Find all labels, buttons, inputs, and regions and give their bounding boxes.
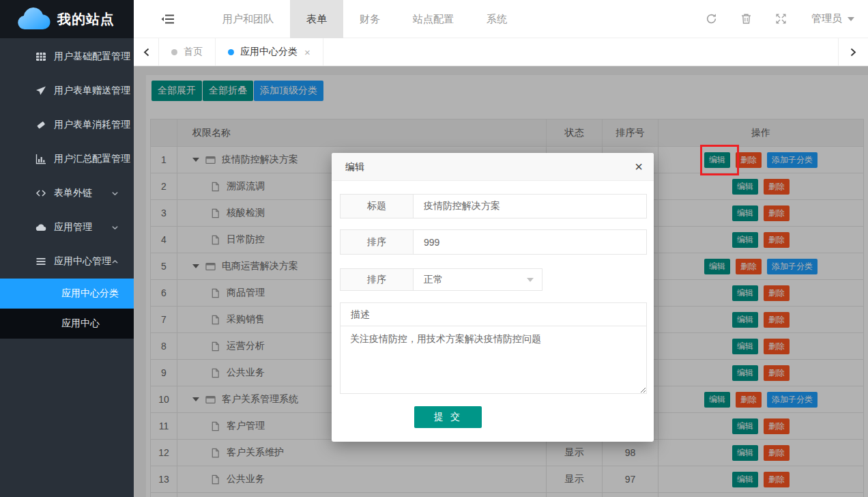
tab-scroll-right-button[interactable] (838, 38, 868, 66)
tab-app-center-category[interactable]: 应用中心分类 × (216, 38, 323, 66)
cloud-icon (35, 222, 46, 233)
sidebar-subitem-app-center[interactable]: 应用中心 (0, 309, 134, 339)
cloud-logo-icon (16, 7, 52, 31)
nav-item-label: 用户和团队 (222, 13, 274, 25)
close-icon[interactable]: × (635, 158, 643, 175)
tab-home[interactable]: 首页 (159, 38, 216, 66)
nav-item-system[interactable]: 系统 (470, 0, 523, 38)
user-name: 管理员 (811, 12, 842, 25)
sidebar-item-label: 用户表单赠送管理 (54, 85, 130, 97)
sidebar-item-form-gift[interactable]: 用户表单赠送管理 (0, 74, 134, 108)
nav-item-finance[interactable]: 财务 (343, 0, 396, 38)
list-icon (35, 256, 46, 267)
sidebar-item-form-links[interactable]: 表单外链 (0, 176, 134, 210)
tab-scroll-left-button[interactable] (134, 38, 159, 66)
submenu-item-label: 应用中心 (61, 317, 100, 330)
nav-item-users-teams[interactable]: 用户和团队 (206, 0, 290, 38)
tab-dot-gray (171, 49, 177, 55)
chevron-down-icon (111, 190, 119, 197)
nav-item-label: 站点配置 (413, 13, 454, 25)
grid-icon (35, 51, 46, 62)
user-menu[interactable]: 管理员 (811, 12, 854, 25)
menu-fold-icon[interactable] (161, 14, 175, 25)
chevron-up-icon (111, 258, 119, 266)
sidebar-item-user-base-config[interactable]: 用户基础配置管理 (0, 40, 134, 74)
nav-item-site-config[interactable]: 站点配置 (396, 0, 470, 38)
nav-item-label: 财务 (360, 13, 380, 25)
edit-modal: 编辑 × 标题 排序 排序 正常 描述 关注疫情防控，用技术方案解决疫情防控问题… (332, 153, 654, 442)
sidebar-subitem-app-center-category[interactable]: 应用中心分类 (0, 279, 134, 309)
send-icon (35, 85, 46, 96)
tab-close-icon[interactable]: × (304, 47, 310, 57)
link-icon (35, 188, 46, 199)
fullscreen-icon[interactable] (775, 13, 787, 25)
description-textarea[interactable]: 关注疫情防控，用技术方案解决疫情防控问题 (340, 326, 647, 394)
sidebar-item-label: 应用管理 (54, 221, 92, 233)
sidebar-item-form-consume[interactable]: 用户表单消耗管理 (0, 108, 134, 142)
sidebar-item-label: 用户表单消耗管理 (54, 119, 130, 131)
tab-dot-blue (228, 49, 234, 55)
description-label: 描述 (340, 302, 647, 326)
sort-field: 排序 (340, 229, 647, 255)
tab-label: 首页 (184, 46, 203, 58)
modal-title: 编辑 (345, 161, 364, 172)
sidebar-item-app-manage[interactable]: 应用管理 (0, 210, 134, 244)
refresh-icon[interactable] (706, 13, 717, 25)
nav-item-label: 表单 (306, 13, 327, 25)
status-field-label: 排序 (340, 268, 414, 291)
app-title: 我的站点 (57, 10, 115, 29)
status-field: 排序 正常 (340, 268, 647, 291)
trash-icon[interactable] (740, 13, 752, 25)
tab-label: 应用中心分类 (240, 46, 298, 58)
logo-bar: 我的站点 (0, 0, 134, 38)
title-field: 标题 (340, 194, 647, 218)
bar-chart-icon (35, 154, 46, 165)
status-select-value: 正常 (424, 274, 443, 286)
sidebar-item-label: 用户汇总配置管理 (54, 153, 130, 165)
chevron-right-icon (850, 48, 857, 57)
submit-button[interactable]: 提 交 (414, 406, 482, 428)
sidebar-menu: 用户基础配置管理 用户表单赠送管理 用户表单消耗管理 用户汇总配置管理 表单外链… (0, 38, 134, 339)
nav-item-label: 系统 (487, 13, 507, 25)
sort-input[interactable] (413, 229, 647, 255)
title-field-label: 标题 (340, 194, 414, 218)
header-right: 管理员 (682, 12, 854, 25)
sidebar-item-label: 表单外链 (54, 187, 92, 199)
tab-bar: 首页 应用中心分类 × (134, 38, 868, 66)
top-header: 用户和团队 表单 财务 站点配置 系统 管理员 (134, 0, 868, 38)
chevron-down-icon (527, 278, 534, 282)
nav-item-forms[interactable]: 表单 (290, 0, 343, 38)
sidebar-item-app-center-manage[interactable]: 应用中心管理 (0, 244, 134, 279)
chevron-left-icon (143, 48, 150, 57)
title-input[interactable] (413, 194, 647, 218)
sidebar: 我的站点 用户基础配置管理 用户表单赠送管理 用户表单消耗管理 用户汇总配置管理… (0, 0, 134, 497)
sidebar-item-label: 用户基础配置管理 (54, 51, 130, 63)
chevron-down-icon (848, 17, 854, 21)
eraser-icon (35, 119, 46, 130)
submenu-item-label: 应用中心分类 (61, 287, 119, 300)
modal-header: 编辑 (332, 153, 654, 181)
chevron-down-icon (111, 224, 119, 231)
sidebar-item-summary-config[interactable]: 用户汇总配置管理 (0, 142, 134, 176)
top-nav-menu: 用户和团队 表单 财务 站点配置 系统 (206, 0, 523, 38)
sort-field-label: 排序 (340, 229, 414, 255)
sidebar-item-label: 应用中心管理 (54, 255, 111, 268)
status-select[interactable]: 正常 (413, 268, 542, 291)
